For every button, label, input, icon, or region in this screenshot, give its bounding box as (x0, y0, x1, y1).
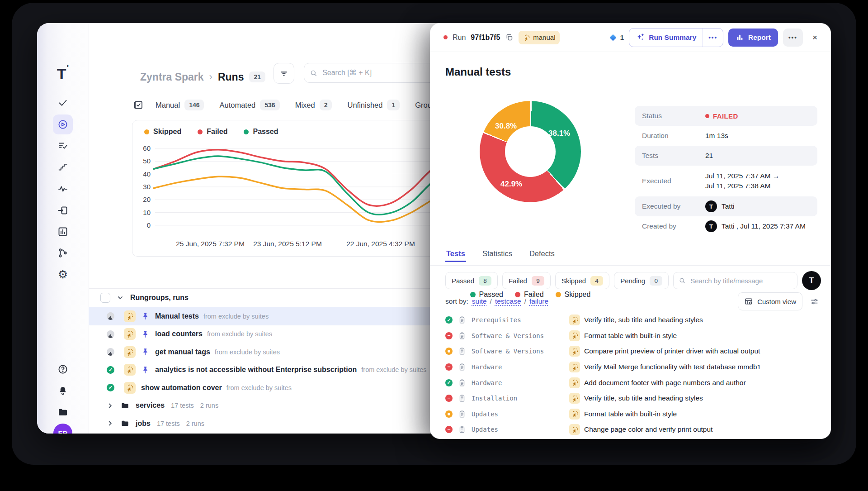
test-title-cell: Add document footer with page numbers an… (569, 377, 746, 388)
status-row-label: Executed by (642, 202, 705, 210)
test-row[interactable]: HardwareVerify Mail Merge functionality … (445, 359, 831, 375)
manual-badge: manual (519, 31, 560, 44)
folder-name[interactable]: services (136, 401, 165, 410)
test-title[interactable]: Verify title, sub title and heading styl… (584, 394, 703, 402)
filter-chip-pending[interactable]: Pending0 (614, 272, 669, 289)
filter-label: Passed (452, 277, 474, 285)
run-name[interactable]: Manual tests (155, 312, 199, 320)
run-source: from exclude by suites (203, 313, 269, 320)
user-avatar[interactable]: ER (53, 424, 72, 434)
run-source: from exclude by suites (361, 366, 426, 373)
test-status-skipped-icon (445, 348, 453, 355)
assignee-avatar[interactable]: T (802, 271, 821, 290)
test-title[interactable]: Change page color and verify print outpu… (584, 425, 712, 434)
test-row[interactable]: PrerequisitesVerify title, sub title and… (445, 312, 831, 328)
test-row[interactable]: Software & VersionsFormat table with bui… (445, 328, 831, 344)
app-logo[interactable]: T' (37, 63, 89, 83)
test-title[interactable]: Verify Mail Merge functionality with tes… (584, 363, 761, 371)
tab-mixed[interactable]: Mixed2 (295, 100, 332, 110)
sort-link-testcase[interactable]: testcase (495, 297, 521, 305)
sidebar-item-folder-icon[interactable] (53, 402, 73, 422)
breadcrumb-project[interactable]: Zyntra Spark (140, 71, 204, 83)
global-search-input[interactable] (321, 68, 448, 77)
sidebar-item-gear-icon[interactable]: ⚙ (53, 264, 73, 284)
legend-label: Failed (207, 128, 227, 136)
sidebar-item-import-box-icon[interactable] (53, 200, 73, 220)
run-name[interactable]: analytics is not accessible without Ente… (155, 366, 357, 374)
status-row-created-by: Created byTTatti , Jul 11, 2025 7:37 AM (635, 216, 817, 236)
run-summary-more[interactable]: ••• (703, 34, 723, 41)
sidebar-item-branch-icon[interactable] (53, 243, 73, 263)
test-status-skipped-icon (445, 410, 453, 418)
detail-tab-defects[interactable]: Defects (528, 246, 556, 262)
test-title[interactable]: Format table with built-in style (584, 332, 677, 340)
sidebar-item-pulse-icon[interactable] (53, 179, 73, 199)
detail-tab-statistics[interactable]: Statistics (481, 246, 513, 262)
run-name[interactable]: get manual tags (155, 348, 210, 356)
test-title[interactable]: Add document footer with page numbers an… (584, 379, 746, 387)
legend-item-skipped[interactable]: Skipped (144, 128, 181, 136)
chevron-down-icon[interactable] (117, 294, 124, 301)
test-row[interactable]: HardwareAdd document footer with page nu… (445, 375, 831, 391)
expand-folder-button[interactable] (107, 402, 113, 409)
chevron-right-icon (107, 420, 113, 427)
filter-button[interactable] (274, 63, 294, 84)
sidebar-item-help-icon[interactable] (53, 359, 73, 379)
test-title[interactable]: Format table with built-in style (584, 410, 677, 418)
more-actions-button[interactable]: ••• (783, 29, 803, 47)
custom-view-button[interactable]: Custom view (738, 292, 802, 310)
sort-link-failure[interactable]: failure (529, 297, 548, 305)
sidebar-item-bell-icon[interactable] (53, 381, 73, 400)
test-suite-name: Software & Versions (472, 348, 544, 355)
manual-run-icon (124, 346, 136, 358)
sort-link-suite[interactable]: suite (472, 297, 487, 305)
x-axis-tick: 22 Jun, 2025 4:32 PM (346, 240, 415, 248)
test-row[interactable]: InstallationVerify title, sub title and … (445, 391, 831, 406)
expand-folder-button[interactable] (107, 420, 113, 427)
run-name[interactable]: show automation cover (141, 384, 222, 392)
tab-manual[interactable]: Manual146 (156, 100, 204, 110)
copy-run-id-button[interactable] (505, 33, 514, 42)
folder-icon (121, 401, 129, 410)
run-summary-button[interactable]: Run Summary ••• (629, 28, 723, 47)
sidebar-item-check-icon[interactable] (53, 93, 73, 113)
select-all-checkbox[interactable] (100, 293, 110, 303)
tab-automated[interactable]: Automated536 (219, 100, 279, 110)
legend-dot (244, 129, 249, 134)
sidebar-item-bar-chart-icon[interactable] (53, 222, 73, 242)
test-title[interactable]: Compare print preview of printer driver … (584, 347, 760, 355)
test-status-failed-icon (445, 395, 453, 402)
x-axis-tick: 23 Jun, 2025 5:12 PM (253, 240, 322, 248)
test-row[interactable]: Software & VersionsCompare print preview… (445, 343, 831, 359)
clipboard-icon (458, 363, 466, 371)
report-button[interactable]: Report (728, 29, 778, 47)
sidebar-item-list-check-icon[interactable] (53, 136, 73, 156)
folder-name[interactable]: jobs (136, 419, 151, 428)
legend-label: Skipped (153, 128, 181, 136)
close-panel-button[interactable]: × (810, 32, 820, 43)
version-indicator[interactable]: 1 (609, 33, 624, 42)
filter-chip-skipped[interactable]: Skipped4 (555, 272, 609, 289)
run-id: 97f1b7f5 (471, 33, 500, 42)
test-title[interactable]: Verify title, sub title and heading styl… (584, 316, 703, 324)
tab-unfinished[interactable]: Unfinished1 (347, 100, 400, 110)
legend-item-failed[interactable]: Failed (198, 128, 227, 136)
test-row[interactable]: UpdatesChange page color and verify prin… (445, 422, 831, 438)
sidebar-item-steps-icon[interactable] (53, 157, 73, 177)
test-search-input[interactable] (689, 276, 792, 285)
test-status-passed-icon (445, 379, 453, 386)
legend-item-passed[interactable]: Passed (244, 128, 278, 136)
test-row[interactable]: UpdatesFormat table with built-in style (445, 406, 831, 422)
detail-tabs: TestsStatisticsDefects (430, 246, 831, 266)
select-runs-icon[interactable] (133, 100, 144, 110)
test-search[interactable] (673, 272, 797, 289)
adjustments-button[interactable] (810, 297, 819, 306)
legend-dot (198, 129, 203, 134)
test-suite-cell: Hardware (445, 363, 569, 371)
detail-tab-tests[interactable]: Tests (445, 246, 466, 262)
filter-chip-failed[interactable]: Failed9 (502, 272, 551, 289)
sidebar-item-play-circle-icon[interactable] (53, 114, 73, 134)
filter-chip-passed[interactable]: Passed8 (445, 272, 498, 289)
pinned-indicator (141, 330, 150, 338)
run-name[interactable]: load counters (155, 330, 203, 338)
